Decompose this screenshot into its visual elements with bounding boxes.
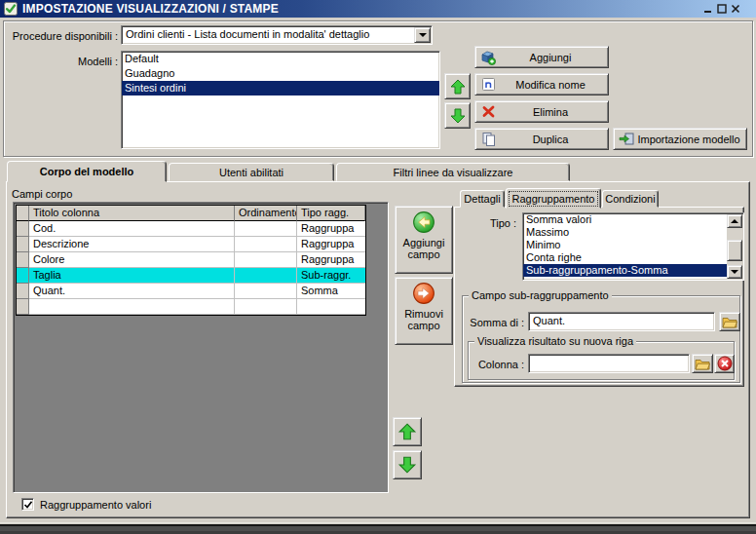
scroll-down-button[interactable] [727,265,742,279]
tipo-scrollbar[interactable] [727,214,742,279]
cell-ordinamento[interactable] [235,268,297,284]
table-row[interactable]: Cod. Raggruppa [17,221,365,237]
red-x-icon [479,104,497,119]
cell-tipo[interactable]: Raggruppa [297,221,365,237]
table-row-selected[interactable]: Taglia Sub-raggr. [17,268,365,284]
row-selector[interactable] [17,299,29,315]
model-move-down-button[interactable] [444,102,471,129]
minimize-icon [703,4,713,14]
list-item-tipo[interactable]: Conta righe [523,251,728,264]
tipo-listbox[interactable]: Somma valori Massimo Minimo Conta righe … [522,212,744,281]
colonna-label: Colonna : [473,359,524,370]
row-selector[interactable] [17,252,29,268]
colonna-field[interactable] [528,354,690,373]
procedures-combobox[interactable]: Ordini clienti - Lista documenti in moda… [121,25,433,45]
table-row[interactable]: Descrizione Raggruppa [17,237,365,252]
cell-tipo[interactable]: Sub-raggr. [297,268,365,284]
rename-model-button[interactable]: Modifica nome [474,73,609,95]
subtab-condizioni-label: Condizioni [605,193,655,205]
cell-titolo[interactable] [29,299,235,315]
add-field-button[interactable]: Aggiungi campo [395,206,453,274]
arrow-up-icon [397,422,417,441]
subtab-condizioni[interactable]: Condizioni [602,190,659,208]
tab-corpo-del-modello[interactable]: Corpo del modello [7,161,167,182]
models-listbox[interactable]: Default Guadagno Sintesi ordini [121,51,440,149]
close-button[interactable] [729,3,741,15]
arrow-down-icon [449,107,467,125]
model-move-up-button[interactable] [444,73,471,99]
list-item-tipo-selected[interactable]: Sub-raggruppamento-Somma [523,264,728,277]
dialog-checkmark-icon [4,2,18,16]
cell-tipo[interactable]: Somma [297,284,365,299]
cell-titolo[interactable]: Colore [29,252,235,268]
fields-grid[interactable]: Titolo colonna Ordinamento Tipo ragg. Co… [16,205,366,316]
tab-filtri-linee[interactable]: Filtri linee da visualizzare [336,163,570,181]
delete-model-button[interactable]: Elimina [474,100,609,123]
cell-titolo[interactable]: Descrizione [29,237,235,252]
somma-di-label: Somma di : [468,317,524,328]
procedures-dropdown-button[interactable] [414,27,431,43]
row-selector[interactable] [17,221,29,237]
cell-titolo[interactable]: Taglia [29,268,235,284]
cell-tipo[interactable]: Raggruppa [297,237,365,252]
tab-utenti-label: Utenti abilitati [219,167,284,178]
grid-header-titolo[interactable]: Titolo colonna [29,206,235,221]
grid-header-tipo[interactable]: Tipo ragg. [297,206,365,221]
cell-titolo[interactable]: Cod. [29,221,235,237]
triangle-up-icon [731,219,738,223]
chevron-down-icon [419,33,427,37]
cell-ordinamento[interactable] [235,252,297,268]
cell-ordinamento[interactable] [235,221,297,237]
cell-tipo[interactable]: Raggruppa [297,252,365,268]
colonna-clear-button[interactable] [714,354,735,373]
grid-header-ordinamento[interactable]: Ordinamento [235,206,297,221]
triangle-down-icon [731,270,738,274]
row-selector[interactable] [17,237,29,252]
list-item-model[interactable]: Default [122,52,439,66]
import-model-button[interactable]: Importazione modello [613,128,747,150]
procedures-combobox-value[interactable]: Ordini clienti - Lista documenti in moda… [122,26,413,44]
add-model-button[interactable]: Aggiungi [474,46,609,68]
duplicate-model-button[interactable]: Duplica [474,128,609,150]
campi-corpo-label: Campi corpo [12,188,72,200]
somma-di-field[interactable]: Quant. [528,312,715,331]
grid-corner-cell [17,206,29,221]
row-selector[interactable] [17,268,29,284]
tab-utenti-abilitati[interactable]: Utenti abilitati [169,163,334,181]
minimize-button[interactable] [701,3,714,15]
list-item-tipo[interactable]: Massimo [523,226,728,239]
field-move-up-button[interactable] [393,417,422,446]
cell-tipo[interactable] [297,299,365,315]
models-label: Modelli : [8,56,118,67]
colonna-browse-button[interactable] [692,354,713,373]
field-move-down-button[interactable] [393,450,422,479]
maximize-button[interactable] [715,3,728,15]
remove-field-button[interactable]: Rimuovi campo [395,277,453,345]
list-item-model-selected[interactable]: Sintesi ordini [122,81,439,95]
background-strip [0,524,756,534]
scrollbar-thumb[interactable] [727,240,742,261]
list-item-tipo[interactable]: Somma valori [523,213,728,226]
subtab-dettagli[interactable]: Dettagli [460,190,505,208]
table-row[interactable]: Colore Raggruppa [17,252,365,268]
table-row-empty[interactable] [17,299,365,315]
cell-ordinamento[interactable] [235,237,297,252]
cube-plus-icon [479,50,497,65]
list-item-tipo[interactable]: Minimo [523,239,728,251]
add-model-label: Aggiungi [497,52,604,63]
dialog-bottom-bevel [0,522,756,523]
raggruppamento-valori-checkbox[interactable] [21,498,34,511]
scroll-up-button[interactable] [727,214,742,228]
subtab-raggruppamento[interactable]: Raggruppamento [506,188,601,209]
checkmark-icon [23,500,33,510]
row-selector[interactable] [17,284,29,299]
table-row[interactable]: Quant. Somma [17,284,365,299]
close-icon [731,4,740,14]
cell-titolo[interactable]: Quant. [29,284,235,299]
cell-ordinamento[interactable] [235,299,297,315]
list-item-model[interactable]: Guadagno [122,66,439,81]
cell-ordinamento[interactable] [235,284,297,299]
grid-header-row: Titolo colonna Ordinamento Tipo ragg. [17,206,365,221]
import-arrow-icon [618,132,635,146]
somma-di-browse-button[interactable] [719,312,740,331]
